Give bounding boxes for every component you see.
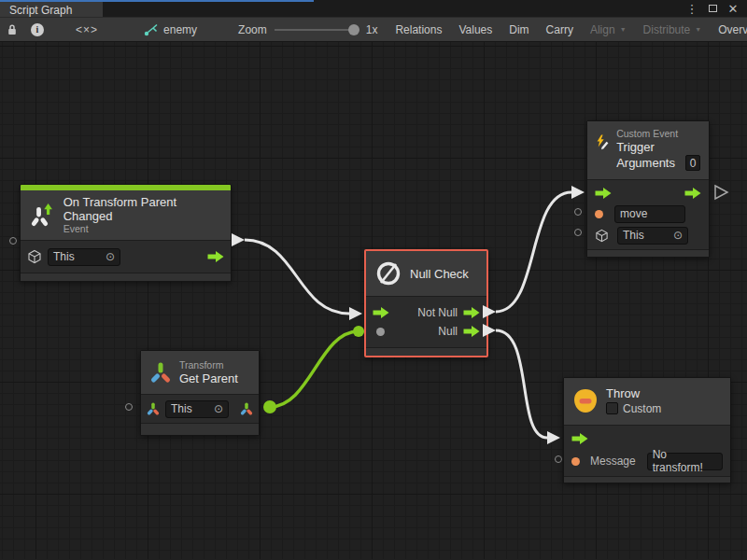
info-icon: i <box>31 23 44 36</box>
lock-icon <box>7 23 18 36</box>
connection-event-to-nullcheck[interactable] <box>245 240 349 314</box>
target-field[interactable]: This ⊙ <box>165 400 229 418</box>
toolbar-button-overview[interactable]: Overview <box>710 18 747 41</box>
node-footer <box>141 423 259 435</box>
zoom-slider[interactable] <box>275 29 359 31</box>
node-header[interactable]: Custom Event Trigger Arguments 0 <box>587 121 709 179</box>
transform-output-port-icon[interactable] <box>240 401 253 416</box>
code-icon: <×> <box>59 23 115 36</box>
node-title: Get Parent <box>179 371 238 385</box>
event-name-field[interactable]: move <box>614 205 685 223</box>
node-header[interactable]: Throw Custom <box>564 378 730 425</box>
message-field[interactable]: No transform! <box>647 453 723 470</box>
value-port-ring[interactable] <box>574 208 582 216</box>
node-title: Trigger <box>616 140 700 154</box>
maximize-icon[interactable] <box>706 2 719 15</box>
tab-label: Script Graph <box>9 4 72 17</box>
node-footer <box>587 249 709 257</box>
node-header[interactable]: Null Check <box>366 251 486 296</box>
connection-start-cap[interactable] <box>232 233 245 246</box>
transform-icon <box>149 360 172 385</box>
toolbar-button-align[interactable]: Align ▼ <box>582 18 635 41</box>
toolbar-button-values[interactable]: Values <box>450 18 500 41</box>
node-footer <box>564 476 730 483</box>
transform-port-icon[interactable] <box>147 401 160 416</box>
chevron-down-icon: ▼ <box>620 26 627 33</box>
arguments-label: Arguments <box>616 156 675 170</box>
value-port-ring[interactable] <box>574 229 582 236</box>
lock-button[interactable] <box>0 18 24 41</box>
node-title: Null Check <box>410 267 469 281</box>
node-category: Transform <box>179 359 238 371</box>
connection-notnull-to-trigger[interactable] <box>496 192 571 312</box>
chevron-down-icon: ▼ <box>695 26 701 33</box>
string-input-port[interactable] <box>571 457 580 466</box>
target-field[interactable]: This ⊙ <box>617 227 688 245</box>
code-preview-button[interactable]: <×> <box>50 18 123 41</box>
flow-input-port-icon[interactable] <box>571 433 588 444</box>
zoom-slider-handle[interactable] <box>348 24 359 35</box>
custom-checkbox[interactable] <box>606 402 618 414</box>
connection-getparent-to-nullcheck[interactable] <box>270 331 359 407</box>
value-input-port[interactable] <box>376 328 385 336</box>
tab-bar: Script Graph ⋮ ✕ <box>0 0 747 17</box>
node-throw[interactable]: Throw Custom Message No <box>563 377 731 483</box>
window-controls: ⋮ ✕ <box>685 0 747 17</box>
node-on-transform-parent-changed[interactable]: On Transform Parent Changed Event This ⊙ <box>20 184 232 282</box>
toolbar-button-dim[interactable]: Dim <box>500 18 537 41</box>
node-footer <box>21 273 231 281</box>
object-picker-icon[interactable]: ⊙ <box>106 251 115 262</box>
flow-output-port-icon[interactable] <box>463 326 480 337</box>
connection-arrowhead[interactable] <box>547 431 560 444</box>
node-title: Throw <box>606 386 661 400</box>
node-null-check[interactable]: Null Check Not Null Null <box>364 249 488 357</box>
node-header[interactable]: On Transform Parent Changed Event <box>21 190 231 240</box>
zoom-label: Zoom <box>238 23 267 36</box>
node-get-parent[interactable]: Transform Get Parent This ⊙ <box>140 350 260 436</box>
graph-name: enemy <box>163 23 197 36</box>
object-picker-icon[interactable]: ⊙ <box>214 403 223 414</box>
zoom-control: Zoom 1x <box>206 18 387 41</box>
toolbar-button-carry[interactable]: Carry <box>538 18 582 41</box>
flow-output-port-icon[interactable] <box>207 251 224 262</box>
value-port-ring[interactable] <box>125 403 133 411</box>
value-connection-dot[interactable] <box>263 400 276 413</box>
toolbar-button-relations[interactable]: Relations <box>387 18 450 41</box>
unconnected-output-triangle[interactable] <box>715 186 727 199</box>
transform-event-icon <box>29 203 56 229</box>
arguments-count-field[interactable]: 0 <box>685 155 700 171</box>
node-title: On Transform Parent Changed <box>63 195 222 223</box>
graph-toolbar: i <×> enemy Zoom 1x Relations Values Dim <box>0 17 747 42</box>
port-label: Message <box>590 455 636 468</box>
flow-output-port-icon[interactable] <box>684 188 701 199</box>
flow-input-port-icon[interactable] <box>373 307 389 318</box>
custom-event-icon <box>596 128 609 156</box>
value-port-ring[interactable] <box>555 455 562 463</box>
target-field[interactable]: This ⊙ <box>48 248 120 266</box>
inspector-button[interactable]: i <box>24 18 50 41</box>
connection-null-to-throw[interactable] <box>496 330 547 438</box>
close-icon[interactable]: ✕ <box>726 2 740 15</box>
node-category: Custom Event <box>616 128 700 140</box>
connection-arrowhead[interactable] <box>349 307 362 320</box>
string-input-port[interactable] <box>595 210 603 218</box>
kebab-menu-icon[interactable]: ⋮ <box>685 2 698 15</box>
node-trigger-custom-event[interactable]: Custom Event Trigger Arguments 0 <box>586 120 710 258</box>
port-label: Null <box>438 325 458 338</box>
graph-icon <box>144 23 158 36</box>
graph-breadcrumb[interactable]: enemy <box>123 18 206 41</box>
gameobject-cube-icon[interactable] <box>595 229 609 243</box>
value-port-ring[interactable] <box>9 237 17 245</box>
connection-arrowhead[interactable] <box>571 186 585 199</box>
object-picker-icon[interactable]: ⊙ <box>673 230 683 241</box>
checkbox-label: Custom <box>623 402 661 415</box>
graph-canvas[interactable]: On Transform Parent Changed Event This ⊙ <box>0 42 747 559</box>
value-connection-dot[interactable] <box>353 326 364 337</box>
toolbar-button-distribute[interactable]: Distribute ▼ <box>635 18 711 41</box>
port-label: Not Null <box>417 306 458 319</box>
flow-output-port-icon[interactable] <box>463 307 480 318</box>
throw-error-icon <box>572 387 599 415</box>
node-header[interactable]: Transform Get Parent <box>141 351 259 394</box>
tab-script-graph[interactable]: Script Graph <box>0 0 103 17</box>
flow-input-port-icon[interactable] <box>595 188 612 199</box>
